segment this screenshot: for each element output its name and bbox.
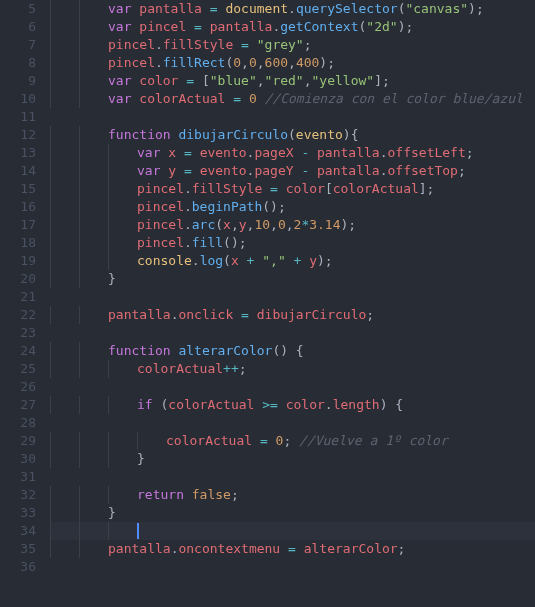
token-p — [241, 91, 249, 106]
token-p: (); — [262, 199, 285, 214]
token-d: pantalla — [108, 307, 171, 322]
token-fn: beginPath — [192, 199, 262, 214]
token-p: ; — [283, 433, 299, 448]
token-p: , — [257, 73, 265, 88]
token-p — [252, 433, 260, 448]
code-line[interactable]: if (colorActual >= color.length) { — [50, 396, 535, 414]
token-p: ; — [231, 487, 239, 502]
code-line[interactable] — [50, 558, 535, 576]
line-number: 10 — [0, 90, 36, 108]
token-fd: alterarColor — [178, 343, 272, 358]
code-line[interactable]: var pincel = pantalla.getContext("2d"); — [50, 18, 535, 36]
token-d: oncontextmenu — [178, 541, 280, 556]
token-p: . — [192, 253, 200, 268]
code-line[interactable]: console.log(x + "," + y); — [50, 252, 535, 270]
code-line[interactable]: return false; — [50, 486, 535, 504]
code-line[interactable] — [50, 522, 535, 540]
code-area[interactable]: var pantalla = document.querySelector("c… — [50, 0, 535, 607]
line-number: 22 — [0, 306, 36, 324]
token-k: var — [137, 145, 160, 160]
token-fn: log — [200, 253, 223, 268]
code-line[interactable]: pincel.fillStyle = "grey"; — [50, 36, 535, 54]
token-p: ) { — [380, 397, 403, 412]
line-number: 34 — [0, 522, 36, 540]
code-line[interactable]: pincel.arc(x,y,10,0,2*3.14); — [50, 216, 535, 234]
token-p: } — [108, 271, 116, 286]
code-line[interactable] — [50, 288, 535, 306]
token-p — [192, 163, 200, 178]
code-line[interactable]: function alterarColor() { — [50, 342, 535, 360]
token-o: = — [184, 145, 192, 160]
token-d: pageX — [254, 145, 293, 160]
code-line[interactable]: var pantalla = document.querySelector("c… — [50, 0, 535, 18]
token-c: //Comienza con el color blue/azul — [265, 91, 523, 106]
code-editor[interactable]: 5678910111213141516171819202122232425262… — [0, 0, 535, 607]
token-o: >= — [262, 397, 278, 412]
code-line[interactable]: pincel.fillRect(0,0,600,400); — [50, 54, 535, 72]
token-p — [286, 253, 294, 268]
code-line[interactable]: } — [50, 504, 535, 522]
line-number: 25 — [0, 360, 36, 378]
token-d: pincel — [108, 37, 155, 52]
token-p: . — [184, 181, 192, 196]
token-p — [202, 19, 210, 34]
token-p: ); — [317, 253, 333, 268]
line-number: 36 — [0, 558, 36, 576]
code-line[interactable]: } — [50, 270, 535, 288]
token-p — [309, 145, 317, 160]
token-p: , — [288, 55, 296, 70]
line-number: 19 — [0, 252, 36, 270]
text-cursor — [137, 523, 139, 539]
token-d: pageY — [254, 163, 293, 178]
code-line[interactable]: var x = evento.pageX - pantalla.offsetLe… — [50, 144, 535, 162]
token-d: pantalla — [108, 541, 171, 556]
code-line[interactable] — [50, 378, 535, 396]
token-p: ); — [319, 55, 335, 70]
code-line[interactable] — [50, 414, 535, 432]
code-line[interactable]: colorActual++; — [50, 360, 535, 378]
code-line[interactable] — [50, 108, 535, 126]
code-line[interactable]: var y = evento.pageY - pantalla.offsetTo… — [50, 162, 535, 180]
code-line[interactable]: pincel.fillStyle = color[colorActual]; — [50, 180, 535, 198]
token-p: . — [184, 217, 192, 232]
code-line[interactable]: } — [50, 450, 535, 468]
token-p: } — [108, 505, 116, 520]
token-d: colorActual — [137, 361, 223, 376]
token-p — [202, 1, 210, 16]
token-d: dibujarCirculo — [257, 307, 367, 322]
token-p: . — [155, 37, 163, 52]
code-line[interactable]: var color = ["blue","red","yellow"]; — [50, 72, 535, 90]
token-o: = — [194, 19, 202, 34]
token-o: = — [288, 541, 296, 556]
code-line[interactable]: var colorActual = 0 //Comienza con el co… — [50, 90, 535, 108]
code-line[interactable] — [50, 324, 535, 342]
token-o: = — [186, 73, 194, 88]
token-p — [309, 163, 317, 178]
token-d: colorActual — [139, 91, 225, 106]
token-d: color — [139, 73, 178, 88]
token-d: offsetLeft — [388, 145, 466, 160]
code-line[interactable]: colorActual = 0; //Vuelve a 1º color — [50, 432, 535, 450]
code-line[interactable]: function dibujarCirculo(evento){ — [50, 126, 535, 144]
token-fd: dibujarCirculo — [178, 127, 288, 142]
token-d: color — [286, 181, 325, 196]
token-p — [257, 91, 265, 106]
token-k: return — [137, 487, 184, 502]
code-line[interactable] — [50, 468, 535, 486]
code-line[interactable]: pincel.beginPath(); — [50, 198, 535, 216]
token-pa: document — [225, 1, 288, 16]
token-d: pincel — [137, 235, 184, 250]
token-p: ); — [398, 19, 414, 34]
code-line[interactable]: pincel.fill(); — [50, 234, 535, 252]
token-p — [192, 145, 200, 160]
token-k: function — [108, 127, 171, 142]
code-line[interactable]: pantalla.onclick = dibujarCirculo; — [50, 306, 535, 324]
line-number: 33 — [0, 504, 36, 522]
code-line[interactable]: pantalla.oncontextmenu = alterarColor; — [50, 540, 535, 558]
token-p — [176, 145, 184, 160]
token-fn: querySelector — [296, 1, 398, 16]
line-number: 14 — [0, 162, 36, 180]
token-p: ; — [366, 307, 374, 322]
token-s: "grey" — [257, 37, 304, 52]
token-p — [296, 541, 304, 556]
